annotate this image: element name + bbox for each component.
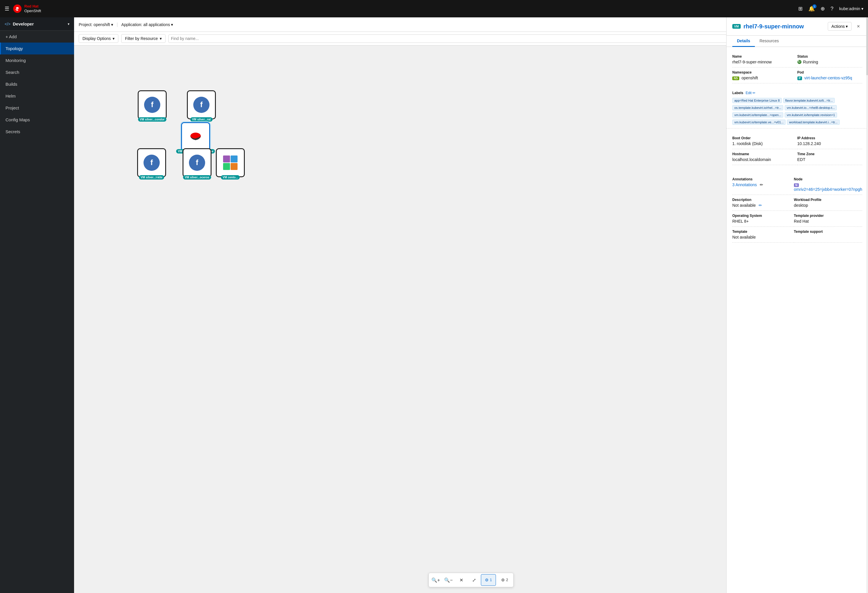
label-chip[interactable]: vm.kubevirt.io/template.ve...=v01... <box>732 120 785 125</box>
vm-node-kite[interactable]: f VM silver...l-kite <box>137 148 166 177</box>
label-chip[interactable]: vm.kubevirt.io...=rhel8-desktop-t... <box>785 105 837 110</box>
vm-node-condor[interactable]: f VM silver...condor <box>138 90 167 119</box>
sidebar-item-builds[interactable]: Builds <box>0 78 74 90</box>
detail-template-provider: Template provider Red Hat <box>794 211 862 227</box>
sidebar-item-helm[interactable]: Helm <box>0 90 74 102</box>
namespace-link[interactable]: openshift <box>741 75 758 80</box>
label-chip[interactable]: app=Red Hat Enterprise Linux 8 <box>732 98 782 103</box>
redhat-icon-minnow <box>187 128 204 145</box>
user-menu[interactable]: kube:admin ▾ <box>839 6 864 11</box>
sidebar-item-configmaps[interactable]: Config Maps <box>0 114 74 126</box>
vm-node-minnow[interactable]: VM rhel7-9-super-minnow <box>181 122 210 151</box>
node-value[interactable]: N omriv2=46=25=jxbb4=worker=07npgh <box>794 182 862 192</box>
centos-icon <box>223 155 238 170</box>
boot-order-value: 1. rootdisk (Disk) <box>732 141 797 146</box>
labels-chips: app=Red Hat Enterprise Linux 8flavor.tem… <box>732 97 862 126</box>
detail-description: Description Not available ✏ <box>732 195 794 211</box>
pod-value[interactable]: P virt-launcher-centos-vz95q <box>797 75 862 80</box>
label-chip[interactable]: flavor.template.kubevirt.io/ti...=tr... <box>783 98 835 103</box>
vm-label-condor: silver...condor <box>145 118 165 121</box>
annotations-label: Annotations <box>732 177 794 181</box>
description-label: Description <box>732 198 794 202</box>
sidebar-item-search[interactable]: Search <box>0 66 74 78</box>
edit-label: Edit <box>745 91 752 95</box>
panel-header: VM rhel7-9-super-minnow Actions ▾ × <box>726 17 868 35</box>
detail-annotations: Annotations 3 Annotations ✏ <box>732 174 794 195</box>
topology-2-button[interactable]: ⚙ 2 <box>497 574 512 586</box>
sidebar-item-secrets[interactable]: Secrets <box>0 126 74 138</box>
workload-value: desktop <box>794 203 862 208</box>
panel-tabs: Details Resources <box>726 35 868 47</box>
tab-resources[interactable]: Resources <box>755 35 784 47</box>
developer-selector[interactable]: </> Developer ▾ <box>0 17 74 31</box>
zoom-out-icon: 🔍− <box>444 577 453 583</box>
fit-screen-button[interactable]: ⤢ <box>468 574 480 586</box>
plus-circle-icon[interactable]: ⊕ <box>821 6 825 12</box>
sidebar-item-add[interactable]: + Add <box>0 31 74 43</box>
help-icon[interactable]: ? <box>831 6 834 12</box>
project-selector[interactable]: Project: openshift ▾ <box>79 22 113 27</box>
labels-edit-button[interactable]: Edit ✏ <box>745 91 756 95</box>
search-label: Search <box>6 70 19 75</box>
zoom-out-button[interactable]: 🔍− <box>443 574 454 586</box>
vm-label-oceros: silver...oceros <box>190 176 210 179</box>
panel-close-button[interactable]: × <box>855 22 862 31</box>
detail-hostname: Hostname localhost.localdomain <box>732 149 797 165</box>
display-options-button[interactable]: Display Options ▾ <box>79 34 118 43</box>
label-chip[interactable]: vm.kubevirt.io/template...=open... <box>732 112 783 118</box>
os-label: Operating System <box>732 214 794 218</box>
pod-badge: P <box>797 77 802 80</box>
timezone-value: EDT <box>797 157 862 162</box>
filter-by-resource-label: Filter by Resource <box>125 36 158 41</box>
redhat-logo <box>13 4 22 13</box>
app-selector[interactable]: Application: all applications ▾ <box>121 22 173 27</box>
node-badge: N <box>794 183 799 187</box>
template-provider-value: Red Hat <box>794 219 862 223</box>
panel-actions-button[interactable]: Actions ▾ <box>828 22 852 31</box>
hostname-value: localhost.localdomain <box>732 157 797 162</box>
vm-box-rat[interactable]: f <box>187 90 216 119</box>
filter-resource-chevron-icon: ▾ <box>160 36 162 41</box>
detail-node: Node N omriv2=46=25=jxbb4=worker=07npgh <box>794 174 862 195</box>
annotation-pencil-icon[interactable]: ✏ <box>760 182 763 187</box>
vm-node-rat[interactable]: f VM silver...rat <box>187 90 216 119</box>
vm-node-oceros[interactable]: f VM silver...oceros <box>183 148 211 177</box>
vm-box-oceros[interactable]: f <box>183 148 211 177</box>
sidebar-item-topology[interactable]: Topology <box>0 43 74 55</box>
topology-1-button[interactable]: ⚙ 1 <box>481 574 496 586</box>
vm-box-minnow[interactable] <box>181 122 210 151</box>
scrollbar-thumb[interactable] <box>866 17 868 75</box>
label-chip[interactable]: vm.kubevirt.io/template.revision=1 <box>785 112 837 118</box>
sidebar-item-monitoring[interactable]: Monitoring <box>0 55 74 66</box>
annotations-link[interactable]: 3 Annotations <box>732 182 757 187</box>
desc-edit-icon[interactable]: ✏ <box>759 203 762 208</box>
grid-icon[interactable]: ⊞ <box>798 6 803 12</box>
zoom-in-button[interactable]: 🔍+ <box>430 574 441 586</box>
label-chip[interactable]: os.template.kubevirt.io/rhel...=tr... <box>732 105 783 110</box>
filter-by-resource-button[interactable]: Filter by Resource ▾ <box>121 34 165 43</box>
vm-box-kite[interactable]: f <box>137 148 166 177</box>
panel-title: rhel7-9-super-minnow <box>744 23 825 30</box>
tab-details[interactable]: Details <box>732 35 755 47</box>
status-dot-icon <box>797 60 802 64</box>
name-label: Name <box>732 55 797 59</box>
sidebar-item-project[interactable]: Project <box>0 102 74 114</box>
vm-box-condor[interactable]: f <box>138 90 167 119</box>
brand-openshift: OpenShift <box>24 9 41 13</box>
code-icon: </> <box>4 22 10 27</box>
vm-box-centos[interactable] <box>216 148 245 177</box>
panel-grid-3: Annotations 3 Annotations ✏ Node N omriv… <box>726 170 868 247</box>
sidebar: </> Developer ▾ + Add Topology Monitorin… <box>0 17 74 593</box>
top-nav: ☰ Red Hat OpenShift ⊞ 🔔 1 ⊕ ? kube:admin… <box>0 0 868 17</box>
hamburger-icon[interactable]: ☰ <box>4 6 9 12</box>
pencil-icon: ✏ <box>753 91 756 95</box>
label-chip[interactable]: workload.template.kubevirt.i...=tr... <box>787 120 839 125</box>
scrollbar-track <box>866 17 868 593</box>
status-running: Running <box>797 60 862 64</box>
topology1-label: 1 <box>490 578 492 582</box>
vm-node-centos[interactable]: VM cento... <box>216 148 245 177</box>
ip-value: 10.128.2.240 <box>797 141 862 146</box>
reset-zoom-button[interactable]: ✕ <box>455 574 467 586</box>
detail-workload: Workload Profile desktop <box>794 195 862 211</box>
bell-icon[interactable]: 🔔 1 <box>808 6 815 12</box>
